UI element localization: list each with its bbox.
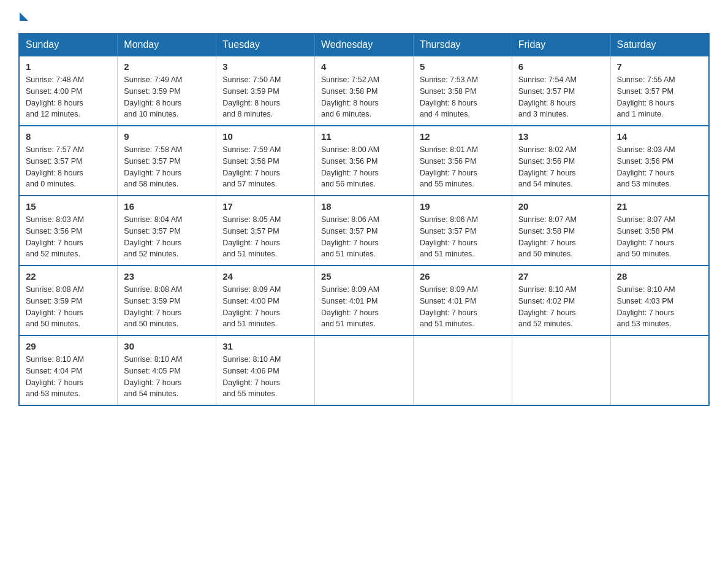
weekday-header-row: SundayMondayTuesdayWednesdayThursdayFrid… (19, 34, 709, 56)
day-number: 31 (222, 341, 308, 351)
day-number: 24 (222, 271, 308, 282)
day-info: Sunrise: 8:10 AMSunset: 4:06 PMDaylight:… (222, 355, 281, 398)
weekday-header-saturday: Saturday (610, 34, 709, 56)
day-info: Sunrise: 8:06 AMSunset: 3:57 PMDaylight:… (420, 215, 478, 258)
day-number: 19 (420, 201, 506, 212)
calendar-cell (413, 335, 512, 405)
day-number: 27 (518, 271, 604, 282)
calendar-cell: 19 Sunrise: 8:06 AMSunset: 3:57 PMDaylig… (413, 196, 512, 266)
day-info: Sunrise: 8:06 AMSunset: 3:57 PMDaylight:… (321, 215, 379, 258)
calendar-cell: 4 Sunrise: 7:52 AMSunset: 3:58 PMDayligh… (315, 56, 414, 126)
calendar-cell: 15 Sunrise: 8:03 AMSunset: 3:56 PMDaylig… (19, 196, 118, 266)
day-number: 5 (420, 61, 506, 72)
day-number: 11 (321, 131, 407, 142)
calendar-cell: 8 Sunrise: 7:57 AMSunset: 3:57 PMDayligh… (19, 126, 118, 196)
day-info: Sunrise: 8:03 AMSunset: 3:56 PMDaylight:… (617, 145, 675, 188)
calendar-week-row: 15 Sunrise: 8:03 AMSunset: 3:56 PMDaylig… (19, 196, 709, 266)
calendar-cell: 23 Sunrise: 8:08 AMSunset: 3:59 PMDaylig… (118, 266, 216, 335)
calendar-week-row: 1 Sunrise: 7:48 AMSunset: 4:00 PMDayligh… (19, 56, 709, 126)
day-number: 3 (222, 61, 308, 72)
day-number: 1 (26, 61, 111, 72)
day-info: Sunrise: 7:48 AMSunset: 4:00 PMDaylight:… (26, 75, 84, 118)
calendar-cell: 24 Sunrise: 8:09 AMSunset: 4:00 PMDaylig… (216, 266, 315, 335)
calendar-cell: 5 Sunrise: 7:53 AMSunset: 3:58 PMDayligh… (413, 56, 512, 126)
calendar-week-row: 29 Sunrise: 8:10 AMSunset: 4:04 PMDaylig… (19, 335, 709, 405)
calendar-body: 1 Sunrise: 7:48 AMSunset: 4:00 PMDayligh… (19, 56, 709, 405)
day-number: 18 (321, 201, 407, 212)
day-number: 6 (518, 61, 604, 72)
calendar-cell: 27 Sunrise: 8:10 AMSunset: 4:02 PMDaylig… (512, 266, 610, 335)
day-info: Sunrise: 7:53 AMSunset: 3:58 PMDaylight:… (420, 75, 478, 118)
calendar-cell (610, 335, 709, 405)
day-number: 4 (321, 61, 407, 72)
calendar-cell: 21 Sunrise: 8:07 AMSunset: 3:58 PMDaylig… (610, 196, 709, 266)
calendar-cell: 16 Sunrise: 8:04 AMSunset: 3:57 PMDaylig… (118, 196, 216, 266)
day-info: Sunrise: 8:09 AMSunset: 4:01 PMDaylight:… (420, 285, 478, 328)
day-info: Sunrise: 7:49 AMSunset: 3:59 PMDaylight:… (124, 75, 182, 118)
day-info: Sunrise: 7:58 AMSunset: 3:57 PMDaylight:… (124, 145, 182, 188)
day-info: Sunrise: 8:09 AMSunset: 4:00 PMDaylight:… (222, 285, 281, 328)
day-info: Sunrise: 8:10 AMSunset: 4:05 PMDaylight:… (124, 355, 182, 398)
day-number: 8 (26, 131, 111, 142)
calendar-header: SundayMondayTuesdayWednesdayThursdayFrid… (19, 34, 709, 56)
weekday-header-friday: Friday (512, 34, 610, 56)
calendar-week-row: 22 Sunrise: 8:08 AMSunset: 3:59 PMDaylig… (19, 266, 709, 335)
calendar-table: SundayMondayTuesdayWednesdayThursdayFrid… (18, 33, 710, 406)
day-info: Sunrise: 8:10 AMSunset: 4:03 PMDaylight:… (617, 285, 675, 328)
day-info: Sunrise: 7:59 AMSunset: 3:56 PMDaylight:… (222, 145, 281, 188)
day-number: 16 (124, 201, 210, 212)
day-number: 25 (321, 271, 407, 282)
calendar-cell: 22 Sunrise: 8:08 AMSunset: 3:59 PMDaylig… (19, 266, 118, 335)
day-info: Sunrise: 8:10 AMSunset: 4:04 PMDaylight:… (26, 355, 84, 398)
calendar-cell: 7 Sunrise: 7:55 AMSunset: 3:57 PMDayligh… (610, 56, 709, 126)
calendar-week-row: 8 Sunrise: 7:57 AMSunset: 3:57 PMDayligh… (19, 126, 709, 196)
day-info: Sunrise: 8:07 AMSunset: 3:58 PMDaylight:… (617, 215, 675, 258)
calendar-cell: 26 Sunrise: 8:09 AMSunset: 4:01 PMDaylig… (413, 266, 512, 335)
calendar-cell: 9 Sunrise: 7:58 AMSunset: 3:57 PMDayligh… (118, 126, 216, 196)
day-info: Sunrise: 7:52 AMSunset: 3:58 PMDaylight:… (321, 75, 379, 118)
calendar-cell: 13 Sunrise: 8:02 AMSunset: 3:56 PMDaylig… (512, 126, 610, 196)
calendar-cell: 18 Sunrise: 8:06 AMSunset: 3:57 PMDaylig… (315, 196, 414, 266)
calendar-cell: 3 Sunrise: 7:50 AMSunset: 3:59 PMDayligh… (216, 56, 315, 126)
day-info: Sunrise: 7:57 AMSunset: 3:57 PMDaylight:… (26, 145, 84, 188)
weekday-header-thursday: Thursday (413, 34, 512, 56)
day-info: Sunrise: 8:09 AMSunset: 4:01 PMDaylight:… (321, 285, 379, 328)
calendar-cell: 20 Sunrise: 8:07 AMSunset: 3:58 PMDaylig… (512, 196, 610, 266)
logo-arrow-icon (20, 12, 28, 21)
day-number: 30 (124, 341, 210, 351)
day-number: 22 (26, 271, 111, 282)
day-number: 17 (222, 201, 308, 212)
calendar-cell: 28 Sunrise: 8:10 AMSunset: 4:03 PMDaylig… (610, 266, 709, 335)
calendar-cell: 30 Sunrise: 8:10 AMSunset: 4:05 PMDaylig… (118, 335, 216, 405)
calendar-cell: 14 Sunrise: 8:03 AMSunset: 3:56 PMDaylig… (610, 126, 709, 196)
weekday-header-wednesday: Wednesday (315, 34, 414, 56)
day-number: 10 (222, 131, 308, 142)
day-number: 2 (124, 61, 210, 72)
page-header (18, 12, 710, 21)
day-number: 9 (124, 131, 210, 142)
day-info: Sunrise: 7:50 AMSunset: 3:59 PMDaylight:… (222, 75, 281, 118)
day-info: Sunrise: 8:07 AMSunset: 3:58 PMDaylight:… (518, 215, 577, 258)
calendar-cell: 17 Sunrise: 8:05 AMSunset: 3:57 PMDaylig… (216, 196, 315, 266)
day-number: 12 (420, 131, 506, 142)
day-number: 7 (617, 61, 702, 72)
day-number: 26 (420, 271, 506, 282)
weekday-header-monday: Monday (118, 34, 216, 56)
day-info: Sunrise: 8:04 AMSunset: 3:57 PMDaylight:… (124, 215, 182, 258)
day-info: Sunrise: 8:02 AMSunset: 3:56 PMDaylight:… (518, 145, 577, 188)
day-info: Sunrise: 8:03 AMSunset: 3:56 PMDaylight:… (26, 215, 84, 258)
weekday-header-tuesday: Tuesday (216, 34, 315, 56)
calendar-cell: 10 Sunrise: 7:59 AMSunset: 3:56 PMDaylig… (216, 126, 315, 196)
calendar-cell: 1 Sunrise: 7:48 AMSunset: 4:00 PMDayligh… (19, 56, 118, 126)
day-number: 21 (617, 201, 702, 212)
weekday-header-sunday: Sunday (19, 34, 118, 56)
day-info: Sunrise: 7:55 AMSunset: 3:57 PMDaylight:… (617, 75, 675, 118)
day-number: 28 (617, 271, 702, 282)
day-info: Sunrise: 8:08 AMSunset: 3:59 PMDaylight:… (26, 285, 84, 328)
day-number: 14 (617, 131, 702, 142)
day-number: 23 (124, 271, 210, 282)
day-number: 29 (26, 341, 111, 351)
calendar-cell: 6 Sunrise: 7:54 AMSunset: 3:57 PMDayligh… (512, 56, 610, 126)
calendar-cell: 11 Sunrise: 8:00 AMSunset: 3:56 PMDaylig… (315, 126, 414, 196)
day-info: Sunrise: 8:00 AMSunset: 3:56 PMDaylight:… (321, 145, 379, 188)
